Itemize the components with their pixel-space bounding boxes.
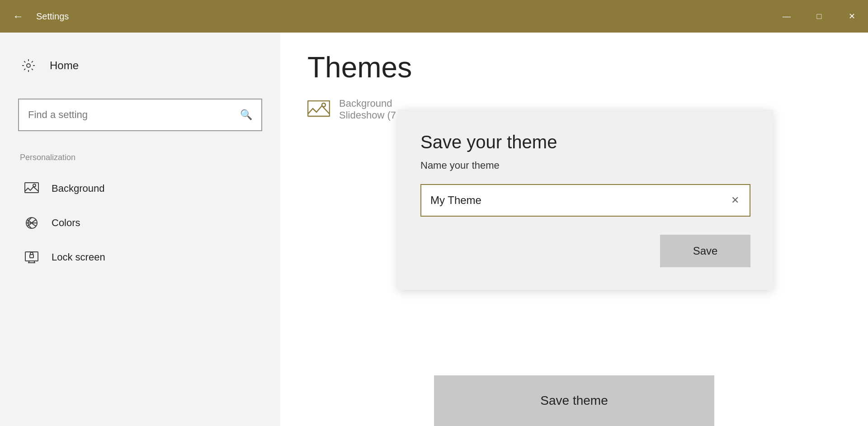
clear-input-button[interactable]: ✕: [727, 192, 743, 208]
minimize-button[interactable]: —: [770, 0, 803, 33]
sidebar: Home 🔍 Personalization Background: [0, 33, 280, 426]
content-area: Themes Background Slideshow (7 images) S…: [280, 33, 868, 426]
svg-point-2: [33, 184, 36, 187]
colors-icon: [23, 214, 41, 232]
gear-icon: [18, 55, 39, 76]
search-box: 🔍: [18, 99, 262, 131]
back-button[interactable]: ←: [9, 7, 27, 25]
svg-point-0: [27, 64, 30, 67]
main-layout: Home 🔍 Personalization Background: [0, 33, 868, 426]
close-button[interactable]: ✕: [835, 0, 868, 33]
title-bar: ← Settings — □ ✕: [0, 0, 868, 33]
dialog-input-wrapper: ✕: [420, 184, 750, 217]
dialog-subtitle: Name your theme: [420, 160, 750, 171]
lock-screen-icon: [23, 248, 41, 266]
dialog-overlay: Save your theme Name your theme ✕ Save: [280, 73, 868, 426]
sidebar-item-lock-screen[interactable]: Lock screen: [18, 240, 262, 275]
sidebar-colors-label: Colors: [52, 217, 80, 229]
theme-name-input[interactable]: [420, 184, 750, 217]
sidebar-background-label: Background: [52, 183, 104, 194]
sidebar-item-home[interactable]: Home: [18, 51, 262, 80]
home-label: Home: [50, 59, 79, 72]
sidebar-lock-screen-label: Lock screen: [52, 251, 105, 263]
app-title: Settings: [36, 11, 69, 22]
sidebar-section-label: Personalization: [18, 153, 262, 162]
search-icon: 🔍: [240, 109, 252, 121]
dialog-actions: Save: [420, 235, 750, 267]
dialog-save-button[interactable]: Save: [660, 235, 750, 267]
window-controls: — □ ✕: [770, 0, 868, 33]
save-theme-dialog: Save your theme Name your theme ✕ Save: [398, 109, 773, 290]
svg-rect-4: [25, 252, 38, 261]
sidebar-item-background[interactable]: Background: [18, 171, 262, 206]
sidebar-item-colors[interactable]: Colors: [18, 206, 262, 240]
svg-rect-7: [30, 255, 33, 258]
search-input[interactable]: [28, 109, 240, 121]
svg-rect-1: [25, 183, 38, 193]
dialog-title: Save your theme: [420, 132, 750, 152]
maximize-button[interactable]: □: [803, 0, 835, 33]
background-icon: [23, 180, 41, 198]
